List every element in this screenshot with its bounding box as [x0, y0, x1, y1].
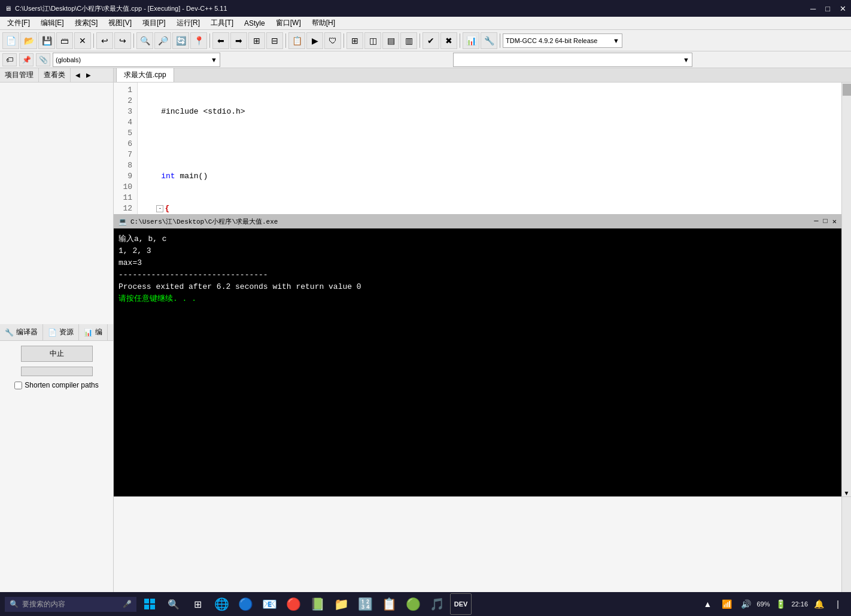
- taskbar-up-arrow[interactable]: ▲: [699, 596, 716, 612]
- taskbar-search-area[interactable]: 🔍 要搜索的内容 🎤: [5, 597, 136, 612]
- minimize-button[interactable]: ─: [810, 4, 816, 13]
- line-num-2: 2: [116, 96, 135, 106]
- sidebar-nav-forward[interactable]: ▶: [84, 71, 93, 80]
- main-scrollbar[interactable]: ▼: [841, 83, 851, 496]
- taskbar-app4[interactable]: 🔢: [354, 593, 376, 615]
- taskbar-app2[interactable]: 📗: [306, 593, 328, 615]
- scrollbar-handle[interactable]: [843, 84, 851, 96]
- scope-btn[interactable]: 📌: [19, 53, 34, 66]
- line-num-9: 9: [116, 171, 135, 182]
- menu-project[interactable]: 项目[P]: [138, 17, 171, 29]
- toggle-btn[interactable]: ⊞: [248, 32, 265, 49]
- scroll-down-btn[interactable]: ▼: [842, 490, 851, 496]
- bottom-scrollbar[interactable]: [841, 497, 851, 592]
- show-desktop-btn[interactable]: |: [829, 596, 846, 612]
- title-bar-left: 🖥 C:\Users\江\Desktop\C小程序\求最大值.cpp - [Ex…: [5, 4, 227, 13]
- terminal-min[interactable]: ─: [814, 217, 818, 226]
- class-btn[interactable]: 🏷: [2, 53, 17, 66]
- menu-view[interactable]: 视图[V]: [104, 17, 136, 29]
- save-btn[interactable]: 💾: [38, 32, 55, 49]
- jump-btn[interactable]: 📎: [36, 53, 50, 66]
- compiler-dropdown-text: TDM-GCC 4.9.2 64-bit Release: [506, 37, 597, 44]
- sidebar-tab-project[interactable]: 项目管理: [0, 68, 39, 82]
- terminal-body[interactable]: 输入a, b, c 1, 2, 3 max=3 ----------------…: [114, 228, 841, 496]
- taskbar-search-btn[interactable]: 🔍: [163, 593, 184, 615]
- clock: 22:16: [791, 600, 808, 608]
- fold-indicator[interactable]: -: [156, 205, 163, 212]
- run-btn[interactable]: ▶: [306, 32, 323, 49]
- undo-btn[interactable]: ↩: [96, 32, 113, 49]
- split3-btn[interactable]: ▥: [400, 32, 417, 49]
- menu-window[interactable]: 窗口[W]: [271, 17, 306, 29]
- taskbar-devcpp[interactable]: DEV: [450, 593, 472, 615]
- notification-icon[interactable]: 🔔: [810, 596, 827, 612]
- taskbar-chrome[interactable]: 🌐: [211, 593, 232, 615]
- tab-debug[interactable]: 📊 编: [79, 324, 108, 340]
- terminal-close[interactable]: ✕: [832, 217, 837, 226]
- check-btn[interactable]: ✔: [423, 32, 439, 49]
- chart-btn[interactable]: 📊: [463, 32, 479, 49]
- taskbar-mail[interactable]: 📧: [259, 593, 280, 615]
- split-btn[interactable]: ◫: [364, 32, 381, 49]
- compile-btn[interactable]: 📋: [288, 32, 305, 49]
- new-btn[interactable]: 📄: [2, 32, 19, 49]
- line-num-12: 12: [116, 203, 135, 214]
- globals-dropdown[interactable]: (globals) ▼: [53, 53, 220, 67]
- taskbar-start[interactable]: [139, 593, 160, 615]
- redo-btn[interactable]: ↪: [114, 32, 131, 49]
- title-bar-controls: ─ □ ✕: [810, 4, 846, 13]
- split2-btn[interactable]: ▤: [382, 32, 399, 49]
- close-btn2[interactable]: ✕: [74, 32, 91, 49]
- close-button[interactable]: ✕: [840, 4, 846, 13]
- sound-icon[interactable]: 🔊: [737, 596, 754, 612]
- save-all-btn[interactable]: 🗃: [56, 32, 73, 49]
- taskbar-app7[interactable]: 🎵: [426, 593, 448, 615]
- menu-search[interactable]: 搜索[S]: [70, 17, 103, 29]
- menu-help[interactable]: 帮助[H]: [307, 17, 340, 29]
- sidebar-tab-class[interactable]: 查看类: [39, 68, 71, 82]
- sidebar: 项目管理 查看类 ◀ ▶ 🔧 编译器 📄 资源 📊 编: [0, 68, 114, 592]
- terminal-max[interactable]: □: [823, 217, 828, 226]
- battery-icon[interactable]: 🔋: [772, 596, 789, 612]
- toggle2-btn[interactable]: ⊟: [266, 32, 283, 49]
- resource-tab-label: 资源: [59, 327, 74, 337]
- error-btn[interactable]: ✖: [440, 32, 457, 49]
- sidebar-nav-back[interactable]: ◀: [73, 71, 83, 80]
- compiler-dropdown[interactable]: TDM-GCC 4.9.2 64-bit Release ▼: [503, 33, 622, 48]
- find-next-btn[interactable]: 🔎: [154, 32, 171, 49]
- taskbar-app1[interactable]: 🔴: [282, 593, 304, 615]
- sidebar-tab-project-label: 项目管理: [5, 70, 34, 80]
- open-btn[interactable]: 📂: [20, 32, 37, 49]
- network-icon[interactable]: 📶: [718, 596, 735, 612]
- indent-btn[interactable]: ⬅: [212, 32, 229, 49]
- unindent-btn[interactable]: ➡: [230, 32, 247, 49]
- tab-resource[interactable]: 📄 资源: [43, 324, 79, 340]
- stop-button[interactable]: 中止: [21, 346, 93, 362]
- find-btn[interactable]: 🔍: [136, 32, 153, 49]
- profile-btn[interactable]: 🔧: [481, 32, 497, 49]
- tab-compiler[interactable]: 🔧 编译器: [0, 324, 43, 340]
- menu-run[interactable]: 运行[R]: [172, 17, 205, 29]
- compiler-tab-label: 编译器: [16, 327, 38, 337]
- shorten-paths-checkbox[interactable]: [14, 382, 22, 389]
- sep2: [133, 33, 134, 48]
- taskbar-app3[interactable]: 📁: [330, 593, 352, 615]
- replace-btn[interactable]: 🔄: [172, 32, 189, 49]
- taskbar-app6[interactable]: 🟢: [402, 593, 424, 615]
- function-dropdown[interactable]: ▼: [453, 53, 692, 67]
- taskbar-app5[interactable]: 📋: [378, 593, 400, 615]
- tab-area: 求最大值.cpp: [114, 68, 851, 83]
- menu-file[interactable]: 文件[F]: [2, 17, 35, 29]
- shield-btn[interactable]: 🛡: [324, 32, 341, 49]
- sidebar-tab-class-label: 查看类: [44, 70, 65, 80]
- menu-tools[interactable]: 工具[T]: [206, 17, 238, 29]
- editor-tab-main[interactable]: 求最大值.cpp: [116, 68, 174, 82]
- menu-edit[interactable]: 编辑[E]: [36, 17, 69, 29]
- goto-btn[interactable]: 📍: [190, 32, 207, 49]
- maximize-button[interactable]: □: [825, 4, 830, 13]
- menu-astyle[interactable]: AStyle: [239, 18, 270, 29]
- grid-btn[interactable]: ⊞: [347, 32, 363, 49]
- taskbar-multitask[interactable]: ⊞: [187, 593, 208, 615]
- globals-dropdown-text: (globals): [56, 56, 81, 63]
- taskbar-edge[interactable]: 🔵: [235, 593, 256, 615]
